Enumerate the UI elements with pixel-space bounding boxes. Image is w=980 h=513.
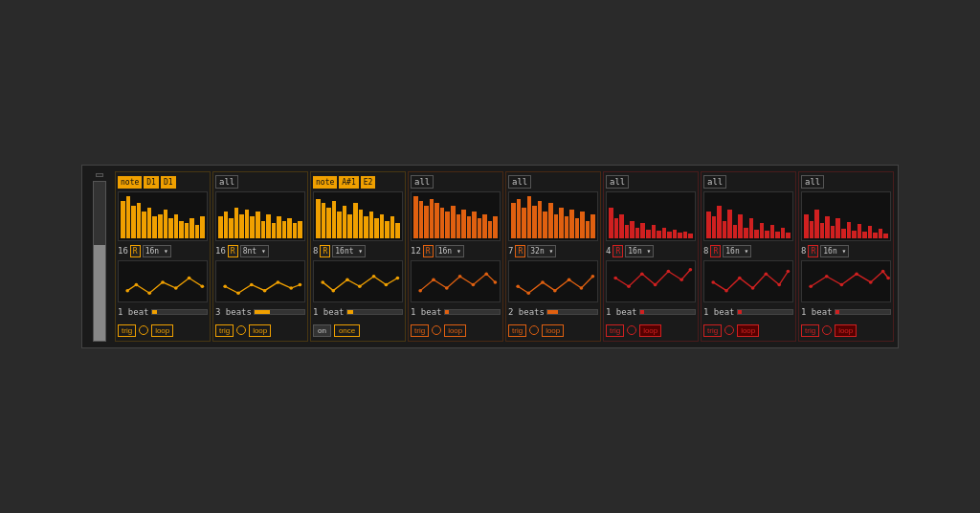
bar-item	[635, 228, 640, 239]
bar-item	[727, 210, 732, 238]
all-tag[interactable]: all	[215, 175, 238, 189]
trig-circle[interactable]	[627, 325, 636, 335]
bar-item	[467, 216, 472, 238]
svg-point-26	[484, 272, 488, 276]
bar-item	[781, 228, 786, 239]
bar-item	[168, 218, 173, 238]
trig-button[interactable]: trig	[703, 324, 722, 337]
loop-button[interactable]: loop	[835, 324, 857, 337]
bar-item	[158, 214, 163, 238]
beat-bar	[835, 309, 891, 315]
beat-label: 1 beat	[606, 307, 637, 317]
steps-num: 16	[118, 246, 128, 256]
rate-box[interactable]: R	[130, 245, 141, 257]
bar-item	[614, 218, 619, 238]
beat-bar-fill	[152, 310, 158, 314]
lane-header: all	[703, 174, 793, 190]
rate-box[interactable]: R	[423, 245, 434, 257]
bars-area	[118, 191, 208, 241]
trig-circle[interactable]	[432, 325, 441, 335]
trig-button[interactable]: trig	[508, 324, 526, 337]
bar-item	[445, 212, 450, 238]
bar-item	[831, 226, 835, 238]
rate-box[interactable]: R	[612, 245, 623, 257]
division-dropdown[interactable]: 16nt ▾	[332, 245, 366, 257]
mode-tag[interactable]: note	[118, 176, 142, 189]
trig-button[interactable]: trig	[215, 324, 234, 337]
loop-button[interactable]: loop	[639, 324, 661, 337]
division-dropdown[interactable]: 16n ▾	[723, 245, 751, 257]
bar-item	[873, 233, 878, 238]
trig-button[interactable]: trig	[801, 324, 819, 337]
division-dropdown[interactable]: 16n ▾	[820, 245, 849, 257]
bar-item	[261, 221, 266, 238]
trig-circle[interactable]	[139, 325, 148, 335]
note2-tag[interactable]: E2	[361, 176, 376, 189]
lane-8: all 8 R 16n ▾ 1 beat trigloop	[798, 171, 894, 342]
mode-tag[interactable]: note	[313, 176, 337, 189]
loop-button[interactable]: loop	[151, 324, 173, 337]
svg-point-48	[787, 270, 791, 274]
bar-item	[256, 212, 260, 238]
loop-button[interactable]: loop	[444, 324, 466, 337]
division-dropdown[interactable]: 16n ▾	[625, 245, 654, 257]
curve-svg	[412, 261, 500, 301]
note1-tag[interactable]: A#1	[339, 176, 358, 189]
rate-box[interactable]: R	[808, 245, 818, 257]
bar-item	[293, 223, 298, 238]
bar-item	[434, 203, 439, 238]
bar-item	[630, 221, 635, 238]
loop-button[interactable]: loop	[249, 324, 271, 337]
loop-button[interactable]: loop	[542, 324, 564, 337]
all-tag[interactable]: all	[801, 175, 824, 189]
curve-area	[703, 260, 793, 302]
rate-box[interactable]: R	[710, 245, 721, 257]
note2-tag[interactable]: D1	[161, 176, 176, 189]
all-tag[interactable]: all	[411, 175, 434, 189]
bar-item	[619, 214, 624, 238]
all-tag[interactable]: all	[703, 175, 726, 189]
note1-tag[interactable]: D1	[144, 176, 159, 189]
rate-box[interactable]: R	[320, 245, 330, 257]
bar-item	[189, 218, 194, 238]
svg-point-34	[591, 275, 595, 279]
svg-point-51	[840, 283, 844, 287]
curve-svg	[216, 261, 304, 301]
trig-circle[interactable]	[724, 325, 734, 335]
svg-point-9	[250, 283, 254, 287]
beat-bar	[346, 309, 403, 315]
bar-item	[667, 232, 672, 238]
trig-circle[interactable]	[822, 325, 832, 335]
once-button[interactable]: once	[334, 324, 360, 337]
division-dropdown[interactable]: 16n ▾	[435, 245, 464, 257]
all-tag[interactable]: all	[508, 175, 531, 189]
bars-area	[508, 191, 598, 241]
bars-area	[411, 191, 501, 241]
bar-item	[646, 230, 651, 238]
trig-button[interactable]: trig	[118, 324, 136, 337]
bar-item	[879, 229, 883, 238]
trig-circle[interactable]	[529, 325, 539, 335]
beat-row: 1 beat	[606, 304, 696, 320]
loop-button[interactable]: loop	[737, 324, 759, 337]
division-dropdown[interactable]: 8nt ▾	[240, 245, 269, 257]
on-button[interactable]: on	[313, 324, 331, 337]
bar-item	[395, 223, 400, 238]
svg-point-54	[881, 270, 885, 274]
rate-box[interactable]: R	[228, 245, 238, 257]
bar-item	[451, 206, 456, 239]
curve-area	[411, 260, 501, 302]
bar-item	[852, 231, 857, 238]
division-dropdown[interactable]: 32n ▾	[527, 245, 556, 257]
division-dropdown[interactable]: 16n ▾	[143, 245, 171, 257]
bar-item	[754, 230, 759, 238]
beat-label: 2 beats	[508, 307, 545, 317]
trig-circle[interactable]	[236, 325, 246, 335]
bar-item	[825, 216, 830, 238]
trig-button[interactable]: trig	[606, 324, 624, 337]
svg-point-18	[372, 275, 376, 279]
all-tag[interactable]: all	[606, 175, 629, 189]
trig-button[interactable]: trig	[411, 324, 429, 337]
bar-item	[814, 210, 819, 238]
rate-box[interactable]: R	[515, 245, 525, 257]
